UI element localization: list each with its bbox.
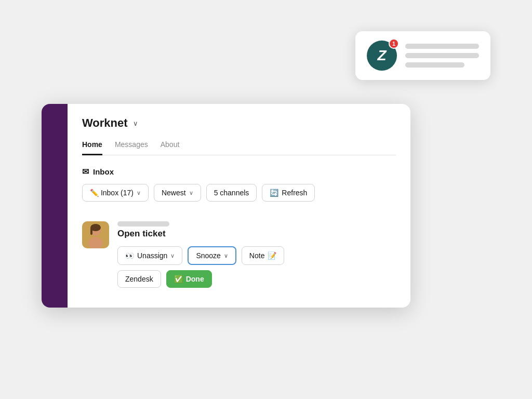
notif-line-3 [405,62,464,68]
nav-tabs: Home Messages About [82,136,396,155]
filter-bar: ✏️ Inbox (17) ∨ Newest ∨ 5 channels 🔄 Re… [82,184,396,202]
done-icon: ✅ [174,275,183,283]
newest-filter-label: Newest [162,189,186,197]
ticket-avatar [82,221,109,248]
done-label: Done [186,275,204,283]
snooze-label: Snooze [196,251,220,260]
note-icon: 📝 [268,251,276,260]
notification-lines [405,44,479,68]
sidebar [42,104,68,308]
ticket-actions-row1: 👀 Unassign ∨ Snooze ∨ Note 📝 [117,246,396,265]
tab-home[interactable]: Home [82,136,102,155]
ticket-info: Open ticket 👀 Unassign ∨ Snooze ∨ Note 📝 [117,221,396,288]
refresh-label: Refresh [282,189,307,197]
ticket-user-bar [117,221,396,227]
inbox-icon: ✉ [82,167,89,177]
snooze-button[interactable]: Snooze ∨ [188,246,236,265]
main-content: Worknet ∨ Home Messages About ✉ Inbox ✏️… [68,104,410,308]
zendesk-button[interactable]: Zendesk [117,270,161,288]
zendesk-z-letter: Z [377,48,386,63]
newest-filter-button[interactable]: Newest ∨ [154,184,201,202]
note-label: Note [249,251,265,260]
unassign-icon: 👀 [125,251,134,260]
notification-card: Z 1 [355,31,490,80]
ticket-card: Open ticket 👀 Unassign ∨ Snooze ∨ Note 📝 [82,214,396,295]
app-header: Worknet ∨ [82,116,396,130]
notif-line-2 [405,53,479,58]
ticket-title: Open ticket [117,229,396,239]
avatar-svg [82,221,109,248]
channels-filter-label: 5 channels [214,189,249,197]
zendesk-label: Zendesk [125,275,153,283]
app-window: Worknet ∨ Home Messages About ✉ Inbox ✏️… [42,104,410,308]
newest-filter-chevron: ∨ [189,190,193,196]
unassign-label: Unassign [137,251,167,260]
inbox-filter-chevron: ∨ [137,190,141,196]
svg-rect-4 [90,228,92,235]
unassign-chevron: ∨ [170,252,175,259]
refresh-button[interactable]: 🔄 Refresh [262,184,315,202]
notif-line-1 [405,44,479,49]
snooze-chevron: ∨ [224,252,228,259]
unassign-button[interactable]: 👀 Unassign ∨ [117,246,182,265]
inbox-filter-button[interactable]: ✏️ Inbox (17) ∨ [82,184,149,202]
tab-about[interactable]: About [161,136,180,155]
zendesk-logo-wrap: Z 1 [367,41,397,71]
ticket-actions-row2: Zendesk ✅ Done [117,270,396,288]
refresh-icon: 🔄 [270,189,278,197]
channels-filter-button[interactable]: 5 channels [206,184,257,202]
ticket-user-placeholder [117,221,169,227]
inbox-label: Inbox [93,167,114,176]
notification-badge: 1 [389,38,399,49]
inbox-heading: ✉ Inbox [82,167,396,177]
app-title: Worknet [82,116,128,130]
title-dropdown-arrow[interactable]: ∨ [133,119,138,127]
tab-messages[interactable]: Messages [115,136,148,155]
inbox-filter-label: ✏️ Inbox (17) [90,189,134,197]
done-button[interactable]: ✅ Done [166,270,212,288]
note-button[interactable]: Note 📝 [242,246,285,265]
